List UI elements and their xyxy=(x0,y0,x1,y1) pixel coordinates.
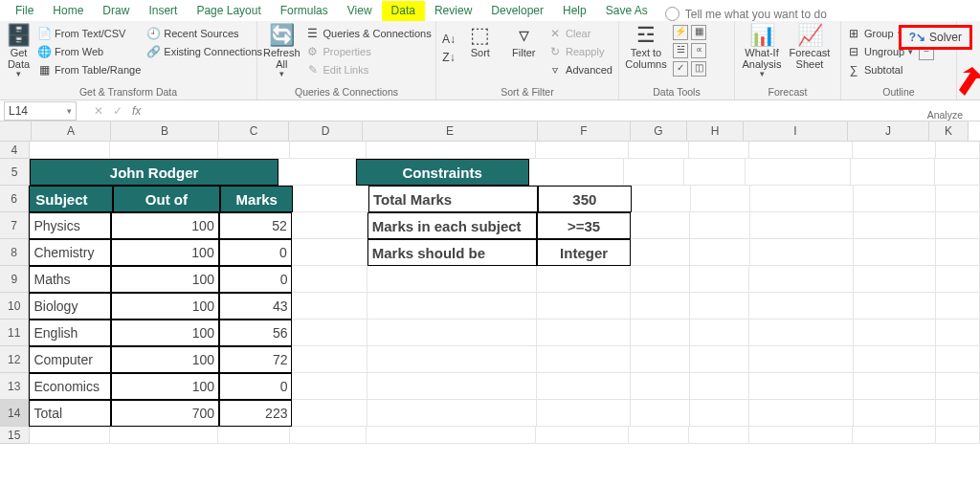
recent-sources-button[interactable]: 🕘Recent Sources xyxy=(146,25,262,42)
subtotal-button[interactable]: ∑Subtotal xyxy=(847,61,913,78)
from-table-range-button[interactable]: ▦From Table/Range xyxy=(37,61,141,78)
table-cell[interactable]: Total xyxy=(29,400,111,427)
forecast-sheet-label: Forecast Sheet xyxy=(790,48,831,70)
what-if-label: What-If Analysis xyxy=(743,48,782,70)
forecast-sheet-button[interactable]: 📈 Forecast Sheet xyxy=(789,25,831,70)
reapply-label: Reapply xyxy=(566,46,604,57)
tab-formulas[interactable]: Formulas xyxy=(271,1,338,21)
table-cell[interactable]: Computer xyxy=(29,346,111,373)
reapply-icon: ↻ xyxy=(548,45,562,58)
flash-fill-button[interactable]: ⚡ xyxy=(673,25,688,40)
table-cell[interactable]: 0 xyxy=(219,239,292,266)
row-header[interactable]: 12 xyxy=(0,346,29,373)
table-cell[interactable]: Chemistry xyxy=(29,239,110,266)
col-header[interactable]: J xyxy=(848,121,929,141)
row-header[interactable]: 9 xyxy=(0,266,29,293)
table-cell[interactable]: 100 xyxy=(111,239,219,266)
fx-icon[interactable]: fx xyxy=(132,104,141,118)
table-cell[interactable]: 223 xyxy=(219,400,292,427)
remove-duplicates-button[interactable]: ☱ xyxy=(673,43,688,58)
data-validation-button[interactable]: ✓ xyxy=(673,61,688,77)
sort-asc-button[interactable]: A↓ xyxy=(442,31,456,48)
table-cell[interactable]: 43 xyxy=(219,293,292,320)
table-cell[interactable]: Economics xyxy=(29,373,111,400)
queries-connections-button[interactable]: ☰Queries & Connections xyxy=(306,25,432,42)
from-text-csv-button[interactable]: 📄From Text/CSV xyxy=(37,25,141,42)
row-header[interactable]: 8 xyxy=(0,239,29,266)
worksheet-grid[interactable]: A B C D E F G H I J K 4 5 John Rodger Co… xyxy=(0,121,980,444)
table-cell[interactable]: 0 xyxy=(219,373,292,400)
table-cell[interactable]: Maths xyxy=(29,266,111,293)
advanced-button[interactable]: ▿Advanced xyxy=(548,61,612,78)
solver-button[interactable]: ?↘ Solver xyxy=(899,25,972,50)
enter-formula-icon[interactable]: ✓ xyxy=(113,104,122,118)
row-header[interactable]: 4 xyxy=(0,142,30,159)
what-if-analysis-button[interactable]: 📊 What-If Analysis xyxy=(741,25,783,79)
get-data-button[interactable]: 🗄️ Get Data xyxy=(6,25,32,79)
tab-developer[interactable]: Developer xyxy=(481,1,553,21)
filter-button[interactable]: ▿ Filter xyxy=(505,25,544,59)
row-header[interactable]: 10 xyxy=(0,293,29,320)
row-header[interactable]: 7 xyxy=(0,212,29,239)
col-header[interactable]: G xyxy=(631,121,687,141)
col-header[interactable]: K xyxy=(929,121,969,141)
table-cell[interactable]: 100 xyxy=(111,293,219,320)
col-header[interactable]: C xyxy=(219,121,289,141)
tab-data[interactable]: Data xyxy=(382,1,425,21)
table-cell[interactable]: Biology xyxy=(29,293,111,320)
filter-icon: ▿ xyxy=(519,25,529,46)
tab-draw[interactable]: Draw xyxy=(93,1,139,21)
table-cell[interactable]: 56 xyxy=(219,320,292,346)
cancel-formula-icon[interactable]: ✕ xyxy=(94,104,103,118)
row-header[interactable]: 11 xyxy=(0,320,29,346)
table-cell[interactable]: 100 xyxy=(111,212,219,239)
tab-view[interactable]: View xyxy=(338,1,382,21)
col-header[interactable]: D xyxy=(289,121,363,141)
menu-tabs: File Home Draw Insert Page Layout Formul… xyxy=(0,0,980,21)
refresh-all-button[interactable]: 🔄 Refresh All xyxy=(263,25,301,79)
select-all-corner[interactable] xyxy=(0,121,32,141)
text-to-columns-button[interactable]: ☲ Text to Columns xyxy=(625,25,667,70)
row-header[interactable]: 6 xyxy=(0,186,29,212)
table-cell[interactable]: 100 xyxy=(111,320,219,346)
row-header[interactable]: 15 xyxy=(0,427,30,444)
sort-button[interactable]: ⬚ Sort xyxy=(461,25,500,59)
edit-links-label: Edit Links xyxy=(323,64,369,76)
tab-home[interactable]: Home xyxy=(43,1,93,21)
col-header[interactable]: A xyxy=(32,121,111,141)
tab-review[interactable]: Review xyxy=(425,1,481,21)
from-web-button[interactable]: 🌐From Web xyxy=(37,43,141,60)
row-header[interactable]: 14 xyxy=(0,400,29,427)
tab-insert[interactable]: Insert xyxy=(139,1,187,21)
consolidate-button[interactable]: ▦ xyxy=(691,25,706,40)
group-label-data-tools: Data Tools xyxy=(625,85,728,98)
table-cell[interactable]: 52 xyxy=(219,212,292,239)
row-header[interactable]: 5 xyxy=(0,159,30,186)
table-cell[interactable]: 700 xyxy=(111,400,219,427)
relationships-button[interactable]: ∝ xyxy=(691,43,706,58)
table-cell[interactable]: English xyxy=(29,320,111,346)
row-header[interactable]: 13 xyxy=(0,373,29,400)
data-model-button[interactable]: ◫ xyxy=(691,61,706,77)
tab-page-layout[interactable]: Page Layout xyxy=(187,1,270,21)
table-cell[interactable]: 100 xyxy=(111,346,219,373)
col-header[interactable]: H xyxy=(687,121,744,141)
col-header[interactable]: F xyxy=(538,121,631,141)
table-cell[interactable]: Physics xyxy=(29,212,110,239)
table-cell[interactable]: 72 xyxy=(219,346,292,373)
from-table-label: From Table/Range xyxy=(55,64,141,76)
existing-connections-button[interactable]: 🔗Existing Connections xyxy=(146,43,262,60)
table-cell[interactable]: 0 xyxy=(219,266,292,293)
col-header[interactable]: B xyxy=(111,121,219,141)
recent-icon: 🕘 xyxy=(146,27,160,40)
col-header[interactable]: I xyxy=(744,121,848,141)
tab-help[interactable]: Help xyxy=(553,1,596,21)
name-box[interactable]: L14 xyxy=(4,101,77,121)
table-cell[interactable]: 100 xyxy=(111,373,219,400)
table-cell[interactable]: 100 xyxy=(111,266,219,293)
tab-save-as[interactable]: Save As xyxy=(596,1,657,21)
col-header[interactable]: E xyxy=(363,121,538,141)
tab-file[interactable]: File xyxy=(6,1,43,21)
sort-desc-button[interactable]: Z↓ xyxy=(442,49,456,66)
tell-me-search[interactable]: Tell me what you want to do xyxy=(665,7,827,21)
